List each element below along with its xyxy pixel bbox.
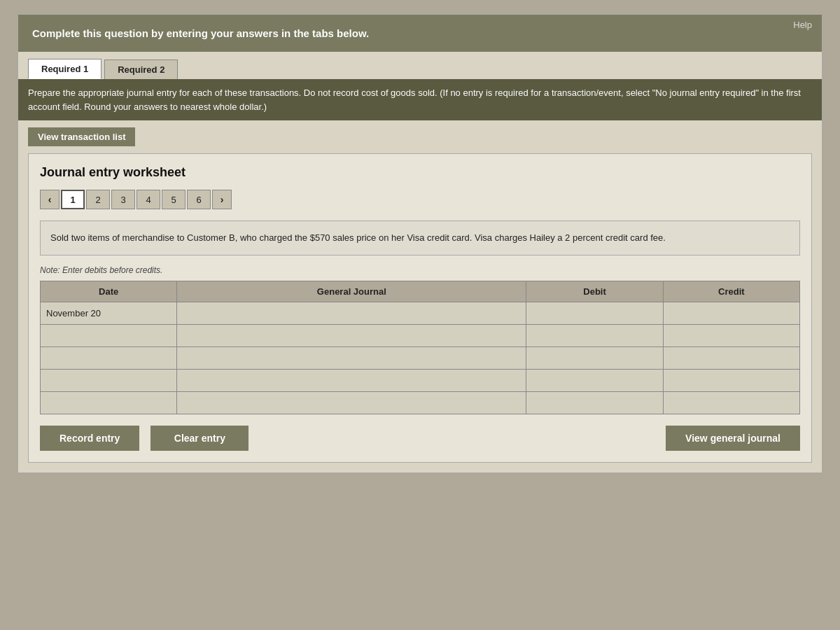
- instruction-text: Prepare the appropriate journal entry fo…: [28, 88, 801, 112]
- col-header-date: Date: [41, 281, 177, 302]
- instruction-bar: Prepare the appropriate journal entry fo…: [18, 79, 822, 120]
- journal-input-4[interactable]: [183, 374, 520, 387]
- help-link[interactable]: Help: [793, 20, 812, 30]
- main-instruction: Complete this question by entering your …: [32, 27, 369, 39]
- record-entry-button[interactable]: Record entry: [40, 426, 139, 451]
- table-row: [41, 391, 800, 414]
- table-row: [41, 346, 800, 369]
- worksheet-title: Journal entry worksheet: [40, 165, 800, 180]
- col-header-credit: Credit: [663, 281, 799, 302]
- page-6[interactable]: 6: [187, 190, 211, 209]
- debit-cell-5[interactable]: [526, 391, 663, 414]
- date-value-1: November 20: [46, 308, 101, 318]
- debit-input-2[interactable]: [532, 329, 657, 342]
- credit-input-4[interactable]: [669, 374, 794, 387]
- credit-cell-3[interactable]: [663, 346, 799, 369]
- tab-required-1[interactable]: Required 1: [28, 59, 102, 79]
- debit-cell-2[interactable]: [526, 324, 663, 346]
- journal-table: Date General Journal Debit Credit Novemb…: [40, 281, 800, 414]
- journal-input-5[interactable]: [183, 396, 520, 410]
- view-transaction-row: View transaction list: [18, 120, 822, 153]
- page-5[interactable]: 5: [162, 190, 186, 209]
- worksheet-container: Journal entry worksheet ‹ 1 2 3 4 5 6 › …: [28, 153, 812, 463]
- date-input-5[interactable]: [46, 396, 171, 410]
- journal-input-2[interactable]: [183, 329, 520, 342]
- page-2[interactable]: 2: [86, 190, 110, 209]
- table-row: [41, 369, 800, 391]
- date-cell-2[interactable]: [41, 324, 177, 346]
- credit-input-2[interactable]: [669, 329, 794, 342]
- credit-input-1[interactable]: [669, 307, 794, 320]
- credit-cell-2[interactable]: [663, 324, 799, 346]
- date-cell-3[interactable]: [41, 346, 177, 369]
- debit-cell-4[interactable]: [526, 369, 663, 391]
- col-header-journal: General Journal: [177, 281, 526, 302]
- top-bar: Complete this question by entering your …: [18, 15, 822, 52]
- date-cell-5[interactable]: [41, 391, 177, 414]
- tab-required-2[interactable]: Required 2: [104, 59, 178, 79]
- debit-input-5[interactable]: [532, 396, 657, 410]
- page-3[interactable]: 3: [111, 190, 135, 209]
- clear-entry-button[interactable]: Clear entry: [150, 426, 248, 451]
- journal-cell-2[interactable]: [177, 324, 526, 346]
- journal-cell-5[interactable]: [177, 391, 526, 414]
- credit-cell-5[interactable]: [663, 391, 799, 414]
- pagination-row: ‹ 1 2 3 4 5 6 ›: [40, 190, 800, 209]
- actions-row: Record entry Clear entry View general jo…: [40, 426, 800, 451]
- journal-cell-3[interactable]: [177, 346, 526, 369]
- page-4[interactable]: 4: [136, 190, 160, 209]
- date-cell-4[interactable]: [41, 369, 177, 391]
- debit-input-4[interactable]: [532, 374, 657, 387]
- scenario-box: Sold two items of merchandise to Custome…: [40, 220, 800, 255]
- date-input-3[interactable]: [46, 351, 171, 365]
- page-1[interactable]: 1: [61, 190, 85, 209]
- note-text: Note: Enter debits before credits.: [40, 265, 800, 275]
- journal-cell-1[interactable]: [177, 302, 526, 324]
- view-general-journal-button[interactable]: View general journal: [666, 426, 800, 451]
- debit-input-3[interactable]: [532, 351, 657, 365]
- journal-input-3[interactable]: [183, 351, 520, 365]
- tabs-row: Required 1 Required 2: [18, 52, 822, 79]
- journal-input-1[interactable]: [183, 307, 520, 320]
- prev-page-arrow[interactable]: ‹: [40, 190, 59, 209]
- debit-cell-1[interactable]: [526, 302, 663, 324]
- credit-input-5[interactable]: [669, 396, 794, 410]
- date-input-4[interactable]: [46, 374, 171, 387]
- main-container: Complete this question by entering your …: [18, 14, 822, 473]
- credit-cell-4[interactable]: [663, 369, 799, 391]
- date-cell-1: November 20: [41, 302, 177, 324]
- date-input-2[interactable]: [46, 329, 171, 342]
- credit-input-3[interactable]: [669, 351, 794, 365]
- col-header-debit: Debit: [526, 281, 663, 302]
- scenario-text: Sold two items of merchandise to Custome…: [50, 232, 666, 243]
- table-row: November 20: [41, 302, 800, 324]
- debit-cell-3[interactable]: [526, 346, 663, 369]
- next-page-arrow[interactable]: ›: [212, 190, 232, 209]
- credit-cell-1[interactable]: [663, 302, 799, 324]
- view-transaction-btn[interactable]: View transaction list: [28, 127, 135, 146]
- debit-input-1[interactable]: [532, 307, 657, 320]
- journal-cell-4[interactable]: [177, 369, 526, 391]
- table-row: [41, 324, 800, 346]
